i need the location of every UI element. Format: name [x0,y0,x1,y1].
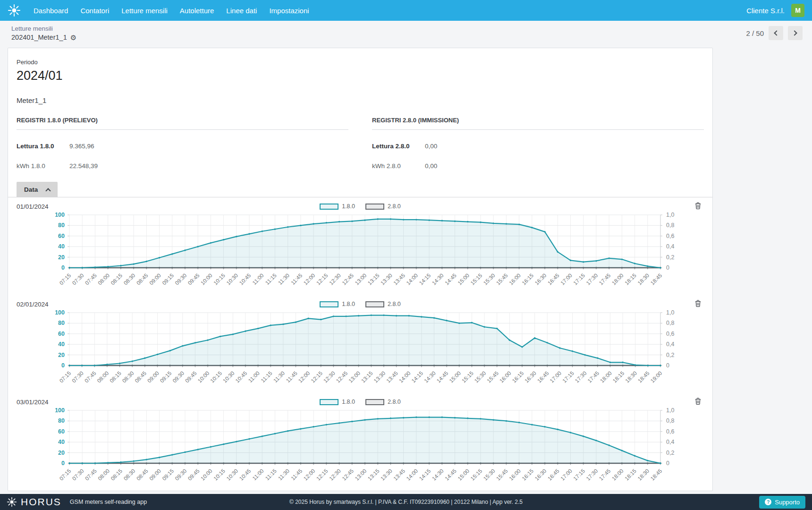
svg-text:18:15: 18:15 [612,370,626,384]
svg-text:18:15: 18:15 [624,468,637,482]
svg-text:1,0: 1,0 [666,407,674,414]
svg-text:17:30: 17:30 [574,370,588,384]
meter-name: Meter1_1 [8,84,712,105]
sun-logo-icon[interactable] [8,4,21,17]
svg-text:18:45: 18:45 [637,370,651,384]
data-collapse-toggle[interactable]: Data [17,182,58,197]
svg-text:16:00: 16:00 [508,272,522,286]
svg-text:13:45: 13:45 [385,370,399,384]
nav-item-autoletture[interactable]: Autoletture [174,7,220,15]
legend-item-180[interactable]: 1.8.0 [320,399,355,405]
chevron-up-icon [46,188,51,193]
legend-swatch-180 [320,301,338,307]
chart-canvas[interactable]: 1008060402001,00,80,60,40,2007:1507:3007… [17,309,704,393]
chevron-right-icon [792,30,797,35]
chart-canvas[interactable]: 1008060402001,00,80,60,40,2007:1507:3007… [17,211,704,295]
register-row: kWh 1.8.0 22.548,39 [17,162,348,170]
prev-record-button[interactable] [769,26,783,40]
svg-text:16:15: 16:15 [521,468,534,482]
svg-text:07:30: 07:30 [71,272,85,286]
delete-day-button[interactable] [694,201,702,212]
svg-text:18:00: 18:00 [611,468,625,482]
delete-day-button[interactable] [694,299,702,309]
svg-text:11:15: 11:15 [260,370,273,383]
svg-text:17:45: 17:45 [598,272,612,286]
svg-text:10:00: 10:00 [197,370,211,384]
register-row: kWh 2.8.0 0,00 [372,162,704,170]
svg-text:16:30: 16:30 [534,272,548,286]
svg-text:1,0: 1,0 [666,309,674,316]
nav-item-letture-mensili[interactable]: Letture mensili [115,7,174,15]
svg-text:17:30: 17:30 [585,468,599,482]
svg-text:08:00: 08:00 [96,370,110,384]
nav-item-linee-dati[interactable]: Linee dati [220,7,263,15]
legend-item-180[interactable]: 1.8.0 [320,301,355,307]
register-section-prelievo: REGISTRI 1.8.0 (PRELIEVO) Lettura 1.8.0 … [17,117,348,170]
svg-text:13:30: 13:30 [373,370,387,384]
legend-item-180[interactable]: 1.8.0 [320,203,355,210]
svg-text:18:45: 18:45 [650,468,663,482]
svg-text:15:45: 15:45 [495,272,509,286]
svg-text:13:45: 13:45 [392,272,406,286]
svg-text:0: 0 [61,362,65,369]
next-record-button[interactable] [788,26,803,40]
delete-day-button[interactable] [694,397,702,407]
svg-text:19:00: 19:00 [650,370,663,384]
section-title: REGISTRI 1.8.0 (PRELIEVO) [17,117,348,130]
field-value: 9.365,96 [69,143,94,150]
question-icon: ? [765,499,771,505]
svg-text:10:30: 10:30 [225,272,239,286]
svg-text:15:45: 15:45 [495,468,509,482]
svg-text:16:30: 16:30 [534,468,548,482]
svg-text:17:15: 17:15 [561,370,575,384]
nav-item-dashboard[interactable]: Dashboard [27,7,74,15]
legend-item-280[interactable]: 2.8.0 [365,399,401,405]
chart-canvas[interactable]: 1008060402001,00,80,60,40,2007:1507:3007… [17,407,704,491]
svg-text:07:45: 07:45 [84,272,98,286]
svg-text:0,8: 0,8 [666,320,674,326]
svg-text:0,6: 0,6 [666,233,674,239]
svg-text:09:30: 09:30 [174,272,188,286]
svg-text:13:45: 13:45 [392,468,406,482]
svg-text:08:15: 08:15 [109,370,122,384]
svg-text:14:45: 14:45 [436,370,449,384]
svg-text:13:00: 13:00 [354,272,368,286]
avatar[interactable]: M [791,4,804,17]
chart-legend: 1.8.0 2.8.0 [69,301,651,307]
support-button[interactable]: ? Supporto [759,496,805,509]
nav-item-contatori[interactable]: Contatori [74,7,115,15]
svg-text:16:45: 16:45 [547,468,560,482]
svg-text:09:15: 09:15 [161,468,175,482]
svg-text:12:15: 12:15 [310,370,323,384]
legend-swatch-180 [320,204,338,210]
page-title: 202401_Meter1_1 [11,34,67,41]
svg-text:08:30: 08:30 [123,468,136,482]
field-label: kWh 1.8.0 [17,162,69,170]
svg-text:13:30: 13:30 [380,272,393,286]
legend-item-280[interactable]: 2.8.0 [365,301,401,307]
breadcrumb-link-letture-mensili[interactable]: Letture mensili [11,25,76,32]
svg-text:11:30: 11:30 [277,468,290,481]
page-header-row: Letture mensili 202401_Meter1_1 ⚙ 2 / 50 [0,21,812,43]
svg-text:12:00: 12:00 [303,272,316,286]
svg-text:18:30: 18:30 [636,272,650,286]
svg-text:0: 0 [61,460,65,467]
support-label: Supporto [775,499,800,506]
svg-text:14:30: 14:30 [431,468,445,482]
svg-text:09:30: 09:30 [174,468,188,482]
svg-text:0,2: 0,2 [666,352,674,358]
legend-label: 2.8.0 [388,203,401,210]
svg-text:13:15: 13:15 [367,272,381,286]
svg-text:15:15: 15:15 [470,272,483,286]
svg-text:16:00: 16:00 [508,468,522,482]
svg-text:15:30: 15:30 [474,370,487,384]
svg-text:100: 100 [55,309,65,316]
legend-label: 1.8.0 [342,301,355,307]
legend-label: 1.8.0 [342,399,355,405]
svg-text:0: 0 [666,264,669,271]
legend-item-280[interactable]: 2.8.0 [365,203,401,210]
gear-icon[interactable]: ⚙ [70,34,76,41]
svg-text:16:15: 16:15 [521,272,534,286]
nav-item-impostazioni[interactable]: Impostazioni [263,7,315,15]
field-value: 0,00 [425,162,437,170]
